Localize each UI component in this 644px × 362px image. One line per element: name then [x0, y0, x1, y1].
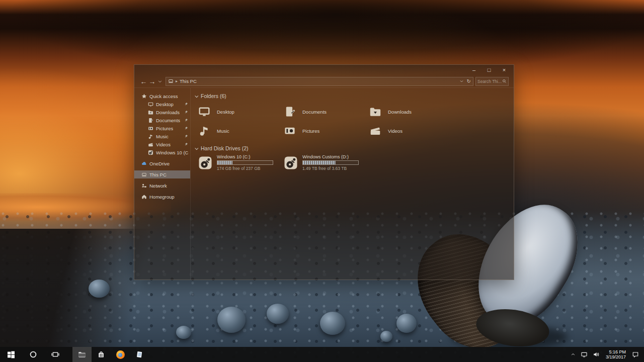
taskbar-app-store[interactable]: [92, 347, 111, 362]
drive-usage-bar: [217, 160, 273, 165]
folder-tile-downloads[interactable]: Downloads: [369, 102, 454, 121]
title-bar[interactable]: – □ ×: [134, 65, 514, 75]
file-explorer-window: – □ × ← → ▸ This PC ↻: [134, 64, 514, 280]
clapperboard-icon: [148, 142, 153, 147]
task-view-icon: [51, 350, 59, 358]
taskbar-app-firefox[interactable]: [111, 347, 130, 362]
pebble: [380, 331, 392, 342]
sidebar-item-pictures[interactable]: Pictures: [134, 124, 190, 132]
network-status-icon: [581, 351, 588, 358]
pictures-icon: [283, 125, 296, 137]
sidebar-item-label: Downloads: [156, 110, 180, 115]
recent-locations-chevron-icon[interactable]: [157, 79, 163, 84]
windows-logo-icon: [7, 350, 15, 358]
star-icon: [141, 94, 147, 99]
system-tray: 5:16 PM 3/19/2017: [568, 347, 644, 362]
folder-tile-desktop[interactable]: Desktop: [198, 102, 283, 121]
tray-network-button[interactable]: [578, 347, 590, 362]
search-input[interactable]: [477, 79, 502, 84]
pebble: [89, 280, 110, 298]
sidebar-item-this-pc[interactable]: This PC: [134, 170, 190, 178]
speaker-icon: [593, 351, 600, 358]
drive-free-space: 1.49 TB free of 3.63 TB: [302, 166, 359, 171]
sidebar-item-network[interactable]: Network: [134, 182, 190, 190]
folder-down-icon: [148, 110, 153, 115]
sidebar-item-label: Windows 10 (C:): [156, 150, 188, 155]
sidebar-item-label: Desktop: [156, 102, 174, 107]
sidebar-item-label: Videos: [156, 142, 171, 147]
notepad-icon: [135, 350, 143, 358]
pin-icon: [184, 118, 188, 122]
sidebar-item-label: Music: [156, 134, 169, 139]
drive-usage-fill: [303, 161, 336, 164]
clapperboard-icon: [369, 125, 382, 137]
drive-usage-bar: [302, 160, 359, 165]
sidebar-item-label: Documents: [156, 118, 180, 123]
windows-store-icon: [97, 350, 105, 358]
sidebar-item-videos[interactable]: Videos: [134, 140, 190, 148]
taskbar-app-file-explorer[interactable]: [72, 347, 92, 362]
drive-icon: [148, 150, 153, 155]
pin-icon: [184, 134, 188, 138]
refresh-icon[interactable]: ↻: [467, 78, 471, 84]
folder-tile-label: Downloads: [388, 109, 412, 115]
sidebar-item-onedrive[interactable]: OneDrive: [134, 159, 190, 167]
pin-icon: [184, 102, 188, 106]
firefox-icon: [116, 350, 125, 359]
address-bar[interactable]: ▸ This PC ↻: [166, 77, 473, 86]
breadcrumb-separator: ▸: [176, 79, 178, 83]
action-center-icon: [632, 351, 639, 358]
task-view-button[interactable]: [44, 347, 66, 362]
maximize-button[interactable]: □: [482, 66, 496, 74]
search-icon[interactable]: [502, 79, 507, 83]
pebble: [320, 312, 345, 335]
sidebar-item-desktop[interactable]: Desktop: [134, 100, 190, 108]
drive-tile-d[interactable]: Windows Customs (D:) 1.49 TB free of 3.6…: [283, 154, 369, 174]
tray-overflow-button[interactable]: [568, 347, 578, 362]
forward-button[interactable]: →: [148, 77, 156, 85]
drive-name: Windows 10 (C:): [217, 154, 273, 159]
cortana-button[interactable]: [22, 347, 44, 362]
action-center-button[interactable]: [629, 347, 641, 362]
sidebar-item-windows10-c[interactable]: Windows 10 (C:): [134, 148, 190, 156]
chevron-up-icon: [571, 352, 576, 357]
pebble: [267, 304, 289, 324]
folder-tile-label: Music: [217, 128, 229, 134]
folder-tile-label: Documents: [302, 109, 327, 115]
network-icon: [141, 183, 147, 189]
sidebar-item-downloads[interactable]: Downloads: [134, 108, 190, 116]
drives-group-header[interactable]: Hard Disk Drives (2): [196, 144, 514, 152]
folder-tile-pictures[interactable]: Pictures: [283, 121, 369, 140]
pebble: [217, 307, 246, 333]
taskbar-clock[interactable]: 5:16 PM 3/19/2017: [602, 349, 629, 360]
minimize-button[interactable]: –: [467, 66, 480, 74]
drive-tile-c[interactable]: Windows 10 (C:) 174 GB free of 237 GB: [198, 154, 283, 174]
sidebar-item-homegroup[interactable]: Homegroup: [134, 193, 190, 201]
sidebar-item-documents[interactable]: Documents: [134, 116, 190, 124]
folder-tile-documents[interactable]: Documents: [283, 102, 369, 121]
group-header-label: Folders (6): [201, 93, 226, 99]
pin-icon: [184, 126, 188, 130]
sidebar-item-music[interactable]: Music: [134, 132, 190, 140]
folders-group-header[interactable]: Folders (6): [196, 92, 514, 100]
tray-volume-button[interactable]: [590, 347, 602, 362]
sidebar-item-label: OneDrive: [149, 161, 170, 166]
sidebar-item-label: Network: [149, 183, 167, 189]
sidebar-item-quick-access[interactable]: Quick access: [134, 92, 190, 100]
pin-icon: [184, 142, 188, 146]
taskbar: 5:16 PM 3/19/2017: [0, 347, 644, 362]
close-button[interactable]: ×: [498, 66, 511, 74]
search-box[interactable]: [475, 77, 509, 86]
drive-free-space: 174 GB free of 237 GB: [217, 166, 273, 171]
folder-view: Folders (6) Desktop Documents Downloads: [191, 88, 514, 280]
folder-tile-videos[interactable]: Videos: [369, 121, 454, 140]
back-button[interactable]: ←: [139, 77, 148, 85]
address-dropdown-chevron-icon[interactable]: [459, 79, 464, 83]
pictures-icon: [148, 126, 153, 131]
folder-tile-music[interactable]: Music: [198, 121, 283, 140]
start-button[interactable]: [0, 347, 22, 362]
breadcrumb[interactable]: This PC: [180, 78, 197, 84]
taskbar-app-notepad[interactable]: [130, 347, 149, 362]
navigation-bar: ← → ▸ This PC ↻: [134, 75, 514, 88]
computer-icon: [168, 78, 174, 84]
